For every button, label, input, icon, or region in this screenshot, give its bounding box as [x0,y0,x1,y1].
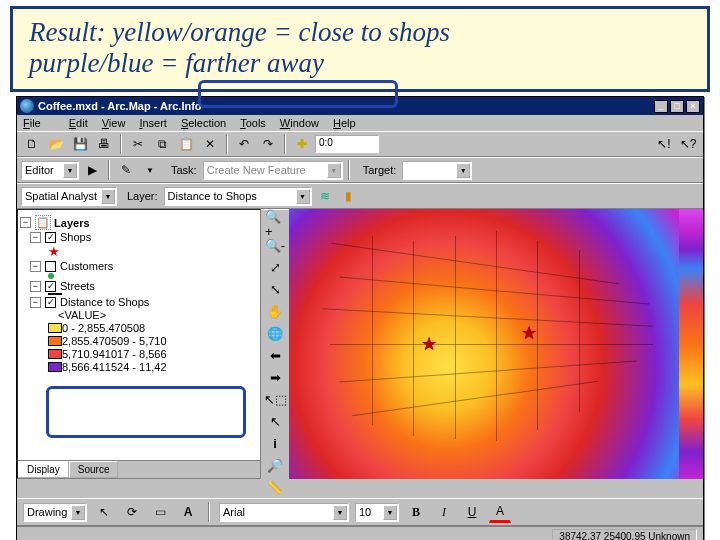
italic-button[interactable]: I [433,501,455,523]
rectangle-icon[interactable]: ▭ [149,501,171,523]
rotate-icon[interactable]: ⟳ [121,501,143,523]
histogram-icon[interactable]: ▮ [338,185,360,207]
layer-shops[interactable]: Shops [60,231,91,243]
cut-icon[interactable]: ✂ [127,133,149,155]
menu-tools[interactable]: Tools [240,117,266,129]
layer-checkbox-streets[interactable]: ✓ [45,281,56,292]
map-view[interactable]: ★ ★ [289,209,703,479]
minimize-button[interactable]: _ [654,100,668,113]
redo-icon[interactable]: ↷ [257,133,279,155]
layer-distance[interactable]: Distance to Shops [60,296,149,308]
save-icon[interactable]: 💾 [69,133,91,155]
print-icon[interactable]: 🖶 [93,133,115,155]
chevron-down-icon[interactable]: ▼ [139,159,161,181]
chevron-down-icon[interactable]: ▼ [101,189,115,204]
class-row[interactable]: 0 - 2,855.470508 [20,322,258,334]
class-swatch [48,362,62,372]
scale-box[interactable]: 0:0 [315,135,379,153]
class-label: 2,855.470509 - 5,710 [62,335,167,347]
zoom-out-icon[interactable]: 🔍- [264,235,286,256]
help-icon[interactable]: ↖? [677,133,699,155]
chevron-down-icon[interactable]: ▼ [327,163,341,178]
collapse-icon[interactable]: − [30,281,41,292]
measure-icon[interactable]: 📏 [264,477,286,498]
class-label: 5,710.941017 - 8,566 [62,348,167,360]
menu-edit[interactable]: Edit [69,117,88,129]
find-icon[interactable]: 🔎 [264,455,286,476]
chevron-down-icon[interactable]: ▼ [296,189,310,204]
zoom-in-icon[interactable]: 🔍+ [264,213,286,234]
editor-dropdown[interactable]: Editor▼ [21,161,79,180]
task-dropdown[interactable]: Create New Feature▼ [203,161,343,180]
layer-checkbox-customers[interactable] [45,261,56,272]
table-of-contents[interactable]: −📋 Layers −✓Shops ★ −Customers −✓Streets… [17,209,261,479]
value-heading: <VALUE> [58,309,106,321]
open-icon[interactable]: 📂 [45,133,67,155]
layer-checkbox-shops[interactable]: ✓ [45,232,56,243]
font-color-button[interactable]: A [489,501,511,523]
bold-button[interactable]: B [405,501,427,523]
shop-marker: ★ [521,322,537,344]
arcmap-window: Coffee.mxd - Arc.Map - Arc.Info _ □ × Fi… [16,96,704,540]
chevron-down-icon[interactable]: ▼ [63,163,77,178]
close-button[interactable]: × [686,100,700,113]
shop-marker: ★ [421,333,437,355]
menu-view[interactable]: View [102,117,126,129]
layer-streets[interactable]: Streets [60,280,95,292]
paste-icon[interactable]: 📋 [175,133,197,155]
font-size-dropdown[interactable]: 10▼ [355,503,399,522]
font-dropdown[interactable]: Arial▼ [219,503,349,522]
chevron-down-icon[interactable]: ▼ [333,505,347,520]
collapse-icon[interactable]: − [20,217,31,228]
collapse-icon[interactable]: − [30,232,41,243]
class-row[interactable]: 8,566.411524 - 11,42 [20,361,258,373]
collapse-icon[interactable]: − [30,261,41,272]
spatial-analyst-dropdown[interactable]: Spatial Analyst▼ [21,187,117,206]
menu-selection[interactable]: Selection [181,117,226,129]
select-icon[interactable]: ↖⬚ [264,389,286,410]
tab-source[interactable]: Source [69,461,119,478]
underline-button[interactable]: U [461,501,483,523]
back-icon[interactable]: ⬅ [264,345,286,366]
text-icon[interactable]: A [177,501,199,523]
new-icon[interactable]: 🗋 [21,133,43,155]
copy-icon[interactable]: ⧉ [151,133,173,155]
menu-window[interactable]: Window [280,117,319,129]
chevron-down-icon[interactable]: ▼ [456,163,470,178]
chevron-down-icon[interactable]: ▼ [71,505,85,520]
pointer-help-icon[interactable]: ↖! [653,133,675,155]
drawing-dropdown[interactable]: Drawing▼ [23,503,87,522]
menu-file[interactable]: File [23,117,55,129]
dot-icon [48,273,54,279]
class-label: 0 - 2,855.470508 [62,322,145,334]
zoom-fixed-out-icon[interactable]: ⤡ [264,279,286,300]
edit-arrow-icon[interactable]: ▶ [81,159,103,181]
undo-icon[interactable]: ↶ [233,133,255,155]
pan-icon[interactable]: ✋ [264,301,286,322]
layer-checkbox-distance[interactable]: ✓ [45,297,56,308]
highlight-layer-dropdown [198,80,398,108]
contour-icon[interactable]: ≋ [314,185,336,207]
tab-display[interactable]: Display [18,461,69,478]
target-dropdown[interactable]: ▼ [402,161,472,180]
pencil-icon[interactable]: ✎ [115,159,137,181]
class-row[interactable]: 2,855.470509 - 5,710 [20,335,258,347]
collapse-icon[interactable]: − [30,297,41,308]
class-row[interactable]: 5,710.941017 - 8,566 [20,348,258,360]
full-extent-icon[interactable]: 🌐 [264,323,286,344]
menu-insert[interactable]: Insert [139,117,167,129]
chevron-down-icon[interactable]: ▼ [383,505,397,520]
main-content: −📋 Layers −✓Shops ★ −Customers −✓Streets… [17,209,703,498]
maximize-button[interactable]: □ [670,100,684,113]
layer-customers[interactable]: Customers [60,260,113,272]
delete-icon[interactable]: ✕ [199,133,221,155]
add-data-icon[interactable]: ✚ [291,133,313,155]
forward-icon[interactable]: ➡ [264,367,286,388]
menu-help[interactable]: Help [333,117,356,129]
zoom-fixed-in-icon[interactable]: ⤢ [264,257,286,278]
select-arrow-icon[interactable]: ↖ [264,411,286,432]
star-icon: ★ [48,244,60,259]
identify-icon[interactable]: i [264,433,286,454]
layer-dropdown[interactable]: Distance to Shops▼ [164,187,312,206]
select-elements-icon[interactable]: ↖ [93,501,115,523]
